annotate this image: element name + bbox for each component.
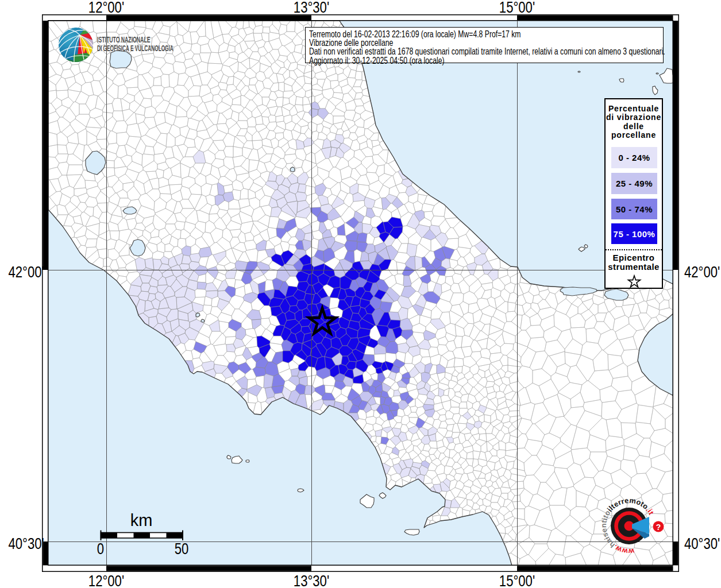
- svg-text:km: km: [130, 511, 153, 529]
- svg-text:50: 50: [175, 539, 189, 557]
- svg-text:?: ?: [656, 523, 661, 532]
- svg-text:DI GEOFISICA E VULCANOLOGIA: DI GEOFISICA E VULCANOLOGIA: [97, 43, 173, 53]
- svg-text:0: 0: [97, 539, 104, 557]
